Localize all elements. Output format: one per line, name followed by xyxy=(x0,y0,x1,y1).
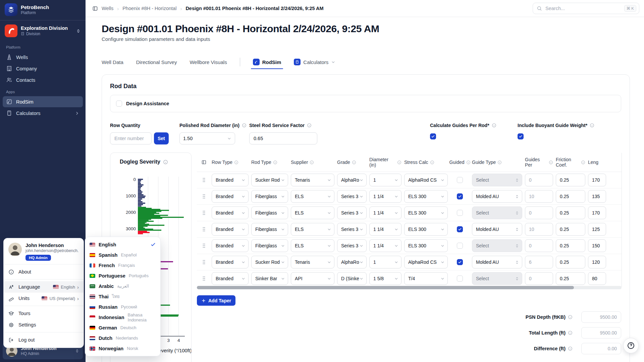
friction-coef-input[interactable] xyxy=(556,223,585,236)
guide-type-select[interactable]: Molded AU xyxy=(472,190,522,203)
guided-checkbox[interactable] xyxy=(457,193,463,199)
language-option-french[interactable]: FrenchFrançais xyxy=(85,260,160,270)
buoyant-checkbox[interactable] xyxy=(518,133,524,139)
language-option-indonesian[interactable]: IndonesianBahasa Indonesia xyxy=(85,312,160,322)
guided-checkbox[interactable] xyxy=(457,276,463,282)
friction-coef-input[interactable] xyxy=(556,174,585,186)
diameter-select[interactable]: 1 xyxy=(369,174,401,186)
sidebar-toggle-icon[interactable] xyxy=(92,6,98,11)
supplier-select[interactable]: Tenaris xyxy=(291,174,334,186)
row-drag-handle[interactable] xyxy=(199,259,209,265)
columns-icon[interactable] xyxy=(201,160,207,165)
stress-calc-select[interactable]: ELS 300 xyxy=(404,239,448,252)
language-option-dutch[interactable]: DutchNederlands xyxy=(85,333,160,343)
length-input[interactable] xyxy=(588,223,606,236)
grade-select[interactable]: Series 3 xyxy=(337,206,367,219)
guides-per-input[interactable] xyxy=(525,174,553,186)
menu-item-logout[interactable]: Log out xyxy=(4,334,84,346)
row-drag-handle[interactable] xyxy=(199,227,209,232)
guided-checkbox[interactable] xyxy=(457,177,463,183)
sidebar-item-calculators[interactable]: Calculators xyxy=(3,108,83,119)
length-input[interactable] xyxy=(588,256,606,268)
difference-input[interactable] xyxy=(581,343,621,354)
rod-type-select[interactable]: Sinker Bar xyxy=(251,272,288,285)
row-quantity-input[interactable] xyxy=(110,132,152,144)
guide-type-select[interactable]: Select xyxy=(472,206,522,219)
supplier-select[interactable]: ELS xyxy=(291,206,334,219)
row-type-select[interactable]: Branded xyxy=(212,256,249,268)
rod-type-select[interactable]: Fiberglass xyxy=(251,206,288,219)
length-input[interactable] xyxy=(588,206,606,219)
diameter-select[interactable]: 1 1/4 xyxy=(369,239,401,252)
diameter-select[interactable]: 1 1/4 xyxy=(369,190,401,203)
tab-rodsim[interactable]: RodSim xyxy=(253,55,281,69)
language-option-spanish[interactable]: SpanishEspañol xyxy=(85,250,160,260)
tab-calculators[interactable]: Calculators xyxy=(294,55,335,69)
stress-calc-select[interactable]: ELS 300 xyxy=(404,206,448,219)
supplier-select[interactable]: Tenaris xyxy=(291,256,334,268)
guide-type-select[interactable]: Molded AU xyxy=(472,256,522,268)
language-option-norwegian[interactable]: NorwegianNorsk xyxy=(85,343,160,354)
length-input[interactable] xyxy=(588,190,606,203)
language-option-arabic[interactable]: Arabicالعربية xyxy=(85,281,160,291)
rod-type-select[interactable]: Fiberglass xyxy=(251,239,288,252)
guides-per-input[interactable] xyxy=(525,223,553,236)
guide-type-select[interactable]: Select xyxy=(472,239,522,252)
stress-calc-select[interactable]: ELS 300 xyxy=(404,190,448,203)
menu-item-about[interactable]: About xyxy=(4,266,84,278)
row-drag-handle[interactable] xyxy=(199,177,209,183)
row-type-select[interactable]: Branded xyxy=(212,190,249,203)
rod-type-select[interactable]: Sucker Rod xyxy=(251,174,288,186)
diameter-select[interactable]: 1 1/4 xyxy=(369,223,401,236)
row-drag-handle[interactable] xyxy=(199,276,209,281)
breadcrumb-well[interactable]: Phoenix #8H - Horizontal xyxy=(122,6,176,11)
friction-coef-input[interactable] xyxy=(556,190,585,203)
tab-well-data[interactable]: Well Data xyxy=(102,55,123,69)
tab-directional-survey[interactable]: Directional Survey xyxy=(136,55,177,69)
language-option-russian[interactable]: RussianРусский xyxy=(85,302,160,312)
service-factor-input[interactable] xyxy=(249,132,317,144)
guided-checkbox[interactable] xyxy=(457,226,463,232)
stress-calc-select[interactable]: T/4 xyxy=(404,272,448,285)
guides-per-input[interactable] xyxy=(525,206,553,219)
grade-select[interactable]: AlphaRo xyxy=(337,256,367,268)
diameter-select[interactable]: 1 5/8 xyxy=(369,272,401,285)
stress-calc-select[interactable]: AlphaRod CS xyxy=(404,174,448,186)
table-horizontal-scrollbar[interactable] xyxy=(197,286,574,289)
psn-depth-input[interactable] xyxy=(581,311,621,323)
sidebar-item-company[interactable]: Company xyxy=(3,63,83,74)
row-type-select[interactable]: Branded xyxy=(212,239,249,252)
stress-calc-select[interactable]: ELS 300 xyxy=(404,223,448,236)
design-assistance-checkbox[interactable] xyxy=(116,101,122,107)
set-button[interactable]: Set xyxy=(154,132,169,144)
row-type-select[interactable]: Branded xyxy=(212,174,249,186)
diameter-select[interactable]: 1 1/4 xyxy=(369,206,401,219)
menu-item-units[interactable]: Units US (Imperial) › xyxy=(4,293,84,304)
guide-type-select[interactable]: Molded AU xyxy=(472,223,522,236)
menu-item-settings[interactable]: Settings xyxy=(4,319,84,330)
grade-select[interactable]: AlphaRo xyxy=(337,174,367,186)
guided-checkbox[interactable] xyxy=(457,243,463,249)
grade-select[interactable]: Series 3 xyxy=(337,223,367,236)
friction-coef-input[interactable] xyxy=(556,206,585,219)
row-drag-handle[interactable] xyxy=(199,194,209,199)
guides-per-input[interactable] xyxy=(525,190,553,203)
language-option-portuguese[interactable]: PortuguesePortuguês xyxy=(85,270,160,281)
search-input[interactable] xyxy=(545,5,622,11)
grade-select[interactable]: D (Sinke xyxy=(337,272,367,285)
guided-checkbox[interactable] xyxy=(457,210,463,216)
search-box[interactable]: ⌘ K xyxy=(533,3,639,14)
language-option-german[interactable]: GermanDeutsch xyxy=(85,322,160,333)
guides-per-input[interactable] xyxy=(525,256,553,268)
menu-item-tours[interactable]: Tours xyxy=(4,308,84,319)
guided-checkbox[interactable] xyxy=(457,259,463,265)
grade-select[interactable]: Series 3 xyxy=(337,239,367,252)
help-button[interactable] xyxy=(623,338,639,353)
language-option-thai[interactable]: Thaiไทย xyxy=(85,291,160,302)
sidebar-item-rodsim[interactable]: RodSim xyxy=(3,96,83,107)
grade-select[interactable]: Series 3 xyxy=(337,190,367,203)
total-length-input[interactable] xyxy=(581,327,621,339)
row-drag-handle[interactable] xyxy=(199,243,209,248)
guide-type-select[interactable]: Select xyxy=(472,174,522,186)
length-input[interactable] xyxy=(588,174,606,186)
